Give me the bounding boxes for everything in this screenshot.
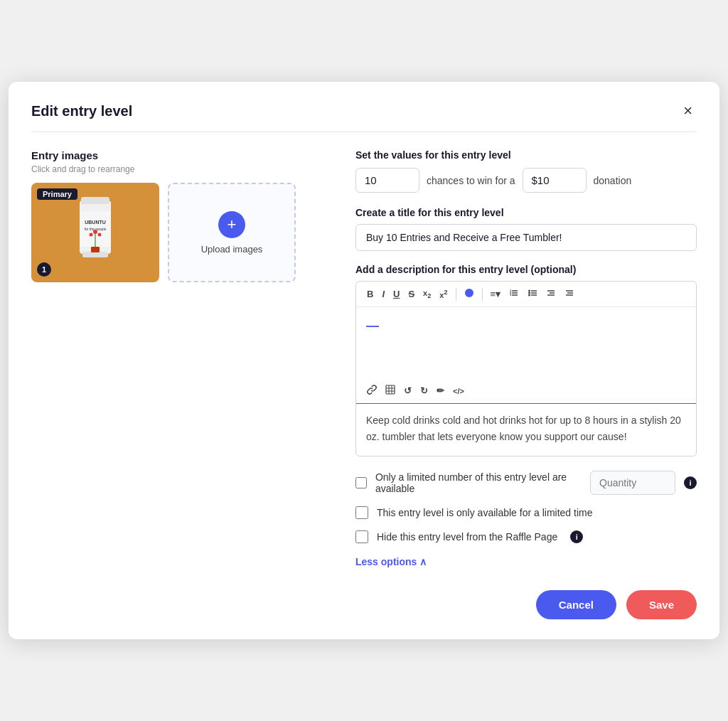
svg-rect-10 [91,247,100,252]
less-options-button[interactable]: Less options ∧ [355,556,427,567]
italic-button[interactable]: I [378,287,388,301]
indent-in-button[interactable] [561,286,578,302]
toolbar-divider-2 [482,288,483,301]
svg-rect-2 [82,252,108,257]
limited-number-checkbox[interactable] [355,476,367,489]
link-button[interactable] [363,383,380,399]
title-label: Create a title for this entry level [355,207,697,218]
chances-text: chances to win for a [427,175,515,186]
modal-title: Edit entry level [31,103,132,119]
entry-images-label: Entry images [31,149,330,161]
svg-text:UBUNTU: UBUNTU [85,220,106,225]
donation-text: donation [594,175,632,186]
upload-plus-icon: + [218,211,245,238]
title-input[interactable] [355,224,697,251]
donation-input[interactable] [523,168,587,193]
svg-text:3: 3 [510,293,512,297]
quantity-input[interactable] [590,471,675,495]
hide-entry-checkbox[interactable] [355,530,368,543]
color-button[interactable] [461,286,478,302]
modal-header: Edit entry level × [31,102,697,132]
svg-rect-30 [386,385,395,394]
modal-body: Entry images Click and drag to rearrange… [31,149,697,584]
undo-button[interactable]: ↺ [400,383,415,398]
desc-label: Add a description for this entry level (… [355,264,697,275]
quantity-info-icon[interactable]: i [684,476,697,489]
svg-point-7 [93,230,97,234]
drag-hint: Click and drag to rearrange [31,164,330,174]
svg-point-8 [90,233,93,237]
code-button[interactable]: </> [449,385,468,397]
images-row: Primary UBUNTU [31,183,330,282]
entry-values-row: chances to win for a donation [355,168,697,193]
editor-dash: — [366,316,686,336]
svg-point-19 [528,292,530,294]
svg-point-18 [528,290,530,292]
subscript-button[interactable]: x2 [419,287,434,301]
bullet-list-button[interactable] [524,286,541,302]
primary-image[interactable]: Primary UBUNTU [31,183,159,282]
superscript-button[interactable]: x2 [436,287,451,301]
chevron-up-icon: ∧ [419,556,427,567]
less-options-row: Less options ∧ [355,556,697,567]
svg-point-9 [98,233,102,237]
upload-label: Upload images [201,244,263,255]
editor-toolbar-bottom: ↺ ↻ ✏ </> [356,378,696,404]
save-button[interactable]: Save [626,590,697,619]
values-label: Set the values for this entry level [355,149,697,161]
indent-out-button[interactable] [542,286,560,302]
editor-content-area[interactable]: — [356,307,696,378]
svg-point-11 [465,289,473,297]
brush-button[interactable]: ✏ [433,383,448,398]
close-button[interactable]: × [679,102,697,120]
left-panel: Entry images Click and drag to rearrange… [31,149,330,584]
checkbox-row-1: Only a limited number of this entry leve… [355,471,697,495]
checkboxes-section: Only a limited number of this entry leve… [355,471,697,543]
strikethrough-button[interactable]: S [405,287,418,301]
editor-container: B I U S x2 x2 ≡▾ 123 [355,281,697,456]
hide-info-icon[interactable]: i [570,530,583,543]
checkbox-label-2: This entry level is only available for a… [377,507,592,518]
primary-badge: Primary [37,188,77,200]
checkbox-row-2: This entry level is only available for a… [355,506,697,519]
redo-button[interactable]: ↻ [417,383,432,398]
ordered-list-button[interactable]: 123 [505,286,523,302]
editor-text[interactable]: Keep cold drinks cold and hot drinks hot… [356,404,696,456]
cancel-button[interactable]: Cancel [536,590,616,619]
toolbar-divider-1 [456,288,456,301]
checkbox-row-3: Hide this entry level from the Raffle Pa… [355,530,697,543]
right-panel: Set the values for this entry level chan… [355,149,697,584]
checkbox-label-1: Only a limited number of this entry leve… [375,471,582,494]
modal: Edit entry level × Entry images Click an… [9,82,719,639]
align-button[interactable]: ≡▾ [487,287,505,301]
svg-rect-1 [81,197,109,204]
checkbox-label-3: Hide this entry level from the Raffle Pa… [377,531,557,543]
image-number: 1 [37,262,51,277]
chances-input[interactable] [355,168,419,193]
underline-button[interactable]: U [390,287,403,301]
modal-footer: Cancel Save [31,584,697,619]
editor-toolbar-top: B I U S x2 x2 ≡▾ 123 [356,282,696,307]
bold-button[interactable]: B [363,287,377,301]
upload-images-box[interactable]: + Upload images [168,183,296,282]
svg-point-20 [528,294,530,297]
table-button[interactable] [382,383,399,399]
limited-time-checkbox[interactable] [355,506,368,519]
